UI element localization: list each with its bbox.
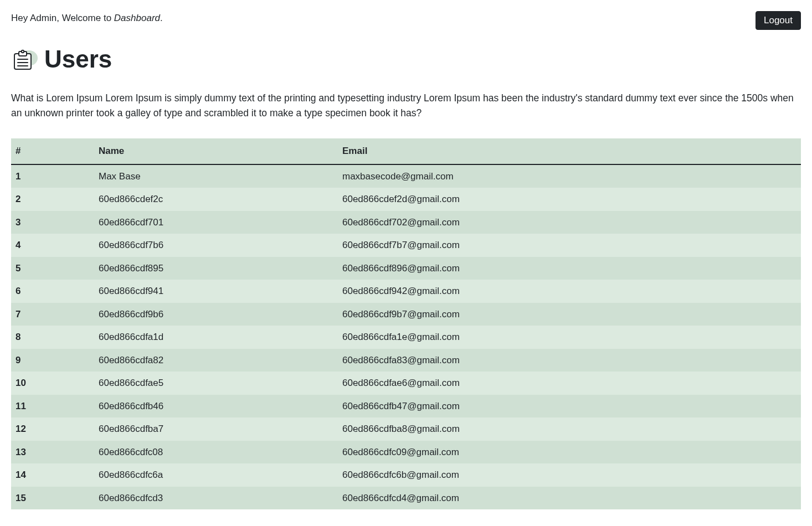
row-name: 60ed866cdf941 xyxy=(94,280,338,303)
row-email: 60ed866cdfa83@gmail.com xyxy=(338,349,801,372)
row-name: Max Base xyxy=(94,164,338,188)
table-header-name: Name xyxy=(94,138,338,164)
table-row: 1Max Basemaxbasecode@gmail.com xyxy=(11,164,801,188)
row-index: 13 xyxy=(11,441,94,464)
row-name: 60ed866cdfcd3 xyxy=(94,487,338,510)
row-name: 60ed866cdfa1d xyxy=(94,326,338,349)
logout-button[interactable]: Logout xyxy=(756,11,801,30)
svg-point-3 xyxy=(22,50,24,53)
top-bar: Hey Admin, Welcome to Dashboard. Logout xyxy=(11,11,801,30)
row-name: 60ed866cdfc08 xyxy=(94,441,338,464)
page-description: What is Lorem Ipsum Lorem Ipsum is simpl… xyxy=(11,91,801,121)
table-row: 1160ed866cdfb4660ed866cdfb47@gmail.com xyxy=(11,395,801,418)
table-row: 1060ed866cdfae560ed866cdfae6@gmail.com xyxy=(11,372,801,395)
table-row: 1460ed866cdfc6a60ed866cdfc6b@gmail.com xyxy=(11,463,801,487)
users-table: # Name Email 1Max Basemaxbasecode@gmail.… xyxy=(11,138,801,509)
row-index: 5 xyxy=(11,257,94,280)
greeting-text: Hey Admin, Welcome to Dashboard. xyxy=(11,11,163,25)
table-header-row: # Name Email xyxy=(11,138,801,164)
row-email: 60ed866cdfba8@gmail.com xyxy=(338,417,801,441)
row-name: 60ed866cdf7b6 xyxy=(94,234,338,257)
row-index: 14 xyxy=(11,463,94,487)
row-name: 60ed866cdf895 xyxy=(94,257,338,280)
row-email: 60ed866cdf7b7@gmail.com xyxy=(338,234,801,257)
table-row: 1360ed866cdfc0860ed866cdfc09@gmail.com xyxy=(11,441,801,464)
table-header-index: # xyxy=(11,138,94,164)
row-email: 60ed866cdf942@gmail.com xyxy=(338,280,801,303)
table-row: 660ed866cdf94160ed866cdf942@gmail.com xyxy=(11,280,801,303)
row-email: 60ed866cdfae6@gmail.com xyxy=(338,372,801,395)
row-email: maxbasecode@gmail.com xyxy=(338,164,801,188)
row-name: 60ed866cdfa82 xyxy=(94,349,338,372)
row-index: 7 xyxy=(11,303,94,326)
table-row: 860ed866cdfa1d60ed866cdfa1e@gmail.com xyxy=(11,326,801,349)
table-row: 360ed866cdf70160ed866cdf702@gmail.com xyxy=(11,211,801,234)
row-name: 60ed866cdf701 xyxy=(94,211,338,234)
row-name: 60ed866cdef2c xyxy=(94,188,338,211)
row-index: 8 xyxy=(11,326,94,349)
row-email: 60ed866cdf896@gmail.com xyxy=(338,257,801,280)
row-index: 12 xyxy=(11,417,94,441)
row-email: 60ed866cdfb47@gmail.com xyxy=(338,395,801,418)
row-email: 60ed866cdef2d@gmail.com xyxy=(338,188,801,211)
row-name: 60ed866cdfc6a xyxy=(94,463,338,487)
row-email: 60ed866cdfa1e@gmail.com xyxy=(338,326,801,349)
greeting-emphasis: Dashboard xyxy=(114,13,160,23)
table-row: 560ed866cdf89560ed866cdf896@gmail.com xyxy=(11,257,801,280)
row-index: 9 xyxy=(11,349,94,372)
row-name: 60ed866cdf9b6 xyxy=(94,303,338,326)
page-title: Users xyxy=(44,41,112,78)
row-email: 60ed866cdfc6b@gmail.com xyxy=(338,463,801,487)
row-index: 10 xyxy=(11,372,94,395)
clipboard-icon xyxy=(11,46,38,73)
table-row: 1260ed866cdfba760ed866cdfba8@gmail.com xyxy=(11,417,801,441)
table-row: 760ed866cdf9b660ed866cdf9b7@gmail.com xyxy=(11,303,801,326)
table-row: 260ed866cdef2c60ed866cdef2d@gmail.com xyxy=(11,188,801,211)
row-index: 6 xyxy=(11,280,94,303)
page-heading: Users xyxy=(11,41,801,78)
row-index: 11 xyxy=(11,395,94,418)
row-index: 1 xyxy=(11,164,94,188)
greeting-prefix: Hey Admin, Welcome to xyxy=(11,13,114,23)
table-row: 1560ed866cdfcd360ed866cdfcd4@gmail.com xyxy=(11,487,801,510)
row-email: 60ed866cdfcd4@gmail.com xyxy=(338,487,801,510)
row-name: 60ed866cdfb46 xyxy=(94,395,338,418)
row-index: 2 xyxy=(11,188,94,211)
row-index: 4 xyxy=(11,234,94,257)
greeting-suffix: . xyxy=(160,13,163,23)
row-email: 60ed866cdf9b7@gmail.com xyxy=(338,303,801,326)
table-row: 460ed866cdf7b660ed866cdf7b7@gmail.com xyxy=(11,234,801,257)
row-name: 60ed866cdfae5 xyxy=(94,372,338,395)
row-email: 60ed866cdfc09@gmail.com xyxy=(338,441,801,464)
table-header-email: Email xyxy=(338,138,801,164)
table-row: 960ed866cdfa8260ed866cdfa83@gmail.com xyxy=(11,349,801,372)
row-email: 60ed866cdf702@gmail.com xyxy=(338,211,801,234)
row-name: 60ed866cdfba7 xyxy=(94,417,338,441)
row-index: 3 xyxy=(11,211,94,234)
row-index: 15 xyxy=(11,487,94,510)
